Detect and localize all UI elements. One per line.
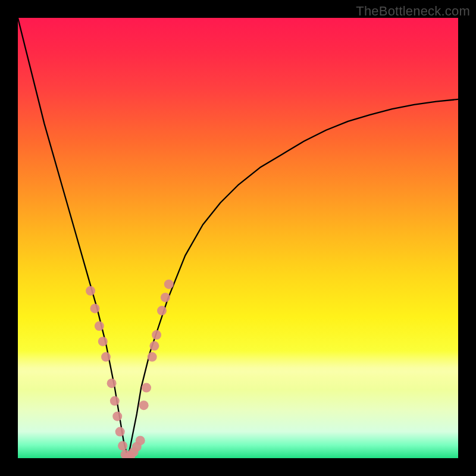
marker-dot: [98, 337, 108, 346]
marker-dot: [149, 341, 159, 350]
chart-stage: TheBottleneck.com: [0, 0, 476, 476]
marker-dot: [86, 286, 95, 296]
marker-dot: [152, 330, 161, 340]
marker-dot: [129, 447, 139, 457]
marker-dot: [157, 306, 167, 315]
marker-dot: [142, 383, 151, 393]
marker-dot: [107, 378, 117, 388]
chart-svg: [18, 18, 458, 458]
marker-dot: [110, 396, 120, 406]
marker-group-valley-cluster: [121, 436, 145, 458]
marker-dot: [164, 280, 174, 289]
marker-dot: [123, 453, 133, 458]
marker-dot: [90, 303, 100, 313]
marker-dot: [121, 450, 130, 458]
marker-dot: [101, 352, 111, 362]
marker-dot: [136, 436, 145, 445]
marker-dot: [132, 442, 142, 452]
marker-group-left-branch-cluster: [86, 286, 127, 450]
marker-dot: [95, 321, 104, 331]
watermark-text: TheBottleneck.com: [356, 4, 470, 19]
marker-group-right-branch-cluster: [139, 280, 174, 411]
marker-dot: [118, 441, 127, 450]
marker-dot: [139, 400, 149, 410]
marker-dot: [115, 427, 125, 437]
marker-dot: [148, 352, 157, 362]
marker-dot: [161, 293, 170, 302]
marker-dot: [126, 451, 135, 458]
chart-plot-area: [18, 18, 458, 458]
marker-dot: [112, 412, 122, 421]
series-bottleneck-curve: [18, 18, 458, 458]
highlight-band: [18, 350, 458, 390]
